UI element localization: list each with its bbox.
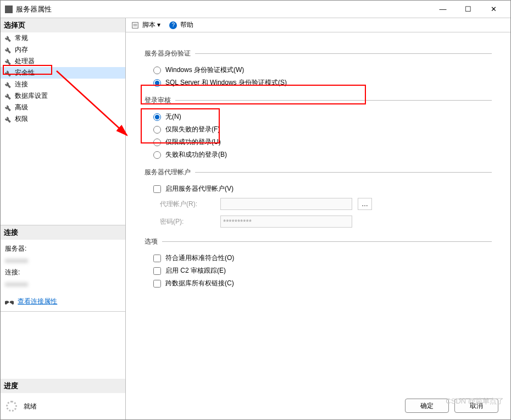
sidebar-item-database-settings[interactable]: 数据库设置 xyxy=(1,90,125,102)
progress-text: 就绪 xyxy=(24,402,37,411)
opt-cross-checkbox[interactable] xyxy=(153,280,161,288)
sidebar-item-permissions[interactable]: 权限 xyxy=(1,113,125,125)
sidebar-item-label: 连接 xyxy=(15,80,28,89)
titlebar: 服务器属性 — ☐ ✕ xyxy=(1,1,510,18)
window-title: 服务器属性 xyxy=(16,4,430,14)
sidebar-item-processors[interactable]: 处理器 xyxy=(1,56,125,67)
proxy-pwd-label: 密码(P): xyxy=(160,217,220,226)
options-section-title: 选项 xyxy=(145,237,492,246)
sidebar-item-label: 高级 xyxy=(15,103,28,112)
cancel-button[interactable]: 取消 xyxy=(454,399,498,413)
proxy-section-title: 服务器代理帐户 xyxy=(145,168,492,177)
sidebar: 选择页 常规 内存 处理器 安全性 连接 数据库设置 高级 权限 连接 服务器:… xyxy=(1,18,126,419)
proxy-enable-label: 启用服务器代理帐户(V) xyxy=(165,184,234,194)
sidebar-item-connections[interactable]: 连接 xyxy=(1,79,125,90)
sidelist-header: 选择页 xyxy=(1,18,125,32)
auth-mixed-radio[interactable] xyxy=(153,79,161,87)
content-area: 服务器身份验证 Windows 身份验证模式(W) SQL Server 和 W… xyxy=(126,32,510,392)
connection-icon xyxy=(5,298,14,306)
help-link[interactable]: 帮助 xyxy=(180,20,193,30)
audit-succ-radio[interactable] xyxy=(153,139,161,146)
progress-block: 就绪 xyxy=(1,393,125,419)
minimize-button[interactable]: — xyxy=(430,1,456,18)
opt-cross-label: 跨数据库所有权链接(C) xyxy=(165,279,234,288)
audit-none-label: 无(N) xyxy=(165,112,181,121)
footer: 确定 取消 xyxy=(126,392,510,419)
opt-c2-label: 启用 C2 审核跟踪(E) xyxy=(165,266,226,275)
sidebar-item-label: 安全性 xyxy=(15,68,35,78)
server-label: 服务器: xyxy=(5,243,121,255)
proxy-browse-button[interactable]: … xyxy=(358,198,372,210)
chevron-down-icon: ▾ xyxy=(157,21,160,29)
help-icon: ? xyxy=(169,21,177,29)
proxy-account-label: 代理帐户(R): xyxy=(160,200,220,209)
wrench-icon xyxy=(4,104,12,112)
script-dropdown[interactable]: 脚本 ▾ xyxy=(142,20,160,30)
wrench-icon xyxy=(4,115,12,123)
audit-none-radio[interactable] xyxy=(153,113,161,121)
ok-button[interactable]: 确定 xyxy=(405,399,449,413)
server-icon xyxy=(5,5,13,13)
connection-value: xxxxxxx xyxy=(5,279,121,291)
auth-mixed-label: SQL Server 和 Windows 身份验证模式(S) xyxy=(165,78,287,87)
server-value: xxxxxxx xyxy=(5,255,121,267)
wrench-icon xyxy=(4,92,12,100)
wrench-icon xyxy=(4,35,12,42)
maximize-button[interactable]: ☐ xyxy=(456,1,481,18)
sidebar-item-label: 处理器 xyxy=(15,57,35,66)
svg-rect-0 xyxy=(132,22,138,28)
audit-both-radio[interactable] xyxy=(153,151,161,159)
view-connection-props-link[interactable]: 查看连接属性 xyxy=(18,297,57,305)
proxy-enable-checkbox[interactable] xyxy=(153,185,161,193)
audit-both-label: 失败和成功的登录(B) xyxy=(165,150,227,159)
wrench-icon xyxy=(4,58,12,65)
main-pane: 脚本 ▾ ? 帮助 服务器身份验证 Windows 身份验证模式(W) SQL … xyxy=(126,18,510,419)
sidebar-item-advanced[interactable]: 高级 xyxy=(1,102,125,113)
spinner-icon xyxy=(6,401,17,412)
close-button[interactable]: ✕ xyxy=(481,1,506,18)
sidebar-item-label: 权限 xyxy=(15,114,28,124)
auth-windows-radio[interactable] xyxy=(153,67,161,74)
opt-compliance-checkbox[interactable] xyxy=(153,255,161,262)
wrench-icon xyxy=(4,81,12,89)
proxy-account-input xyxy=(220,198,352,210)
wrench-icon xyxy=(4,46,12,54)
audit-fail-radio[interactable] xyxy=(153,126,161,134)
opt-compliance-label: 符合通用标准符合性(O) xyxy=(165,253,234,263)
sidebar-item-security[interactable]: 安全性 xyxy=(1,67,125,79)
audit-fail-label: 仅限失败的登录(F) xyxy=(165,125,220,134)
auth-section-title: 服务器身份验证 xyxy=(145,49,492,58)
wrench-icon xyxy=(4,69,12,77)
sidebar-item-label: 数据库设置 xyxy=(15,91,48,101)
sidebar-item-memory[interactable]: 内存 xyxy=(1,44,125,56)
opt-c2-checkbox[interactable] xyxy=(153,267,161,275)
script-icon xyxy=(131,21,139,29)
page-list: 常规 内存 处理器 安全性 连接 数据库设置 高级 权限 xyxy=(1,32,125,225)
auth-windows-label: Windows 身份验证模式(W) xyxy=(165,65,244,75)
audit-succ-label: 仅限成功的登录(U) xyxy=(165,137,221,147)
connection-label: 连接: xyxy=(5,267,121,279)
proxy-pwd-input xyxy=(220,215,352,228)
progress-header: 进度 xyxy=(1,379,125,393)
sidebar-item-label: 常规 xyxy=(15,34,28,43)
connection-block: 服务器: xxxxxxx 连接: xxxxxxx 查看连接属性 xyxy=(1,240,125,311)
audit-section-title: 登录审核 xyxy=(145,96,492,105)
sidebar-item-label: 内存 xyxy=(15,45,28,54)
sidebar-item-general[interactable]: 常规 xyxy=(1,32,125,44)
connection-header: 连接 xyxy=(1,225,125,240)
toolbar: 脚本 ▾ ? 帮助 xyxy=(126,18,510,32)
